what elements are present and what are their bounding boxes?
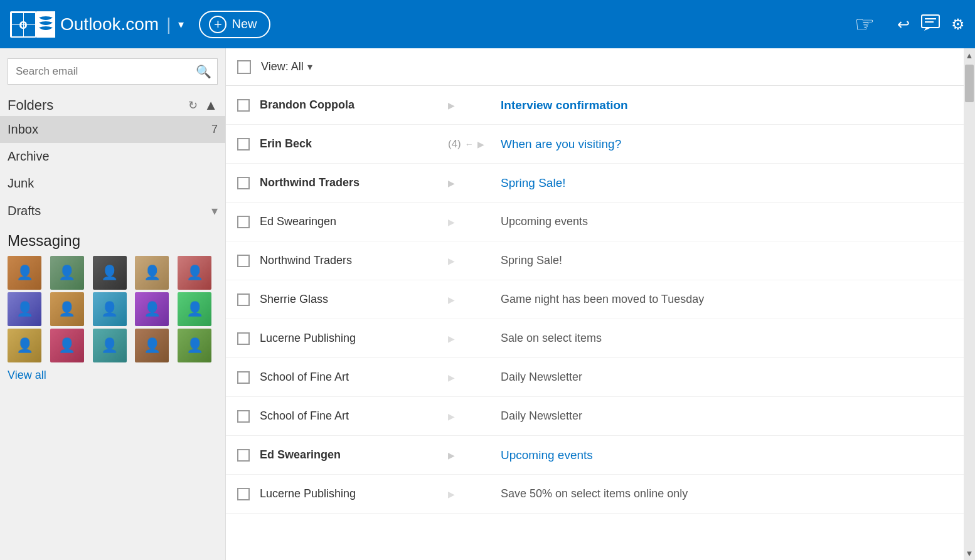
- avatar[interactable]: 👤: [135, 329, 169, 362]
- email-row[interactable]: Erin Beck (4) ← ▶ When are you visiting?: [226, 125, 964, 164]
- inbox-badge: 7: [211, 123, 218, 136]
- email-meta: ▶: [448, 334, 498, 344]
- email-row[interactable]: School of Fine Art ▶ Daily Newsletter: [226, 397, 964, 436]
- new-email-button[interactable]: + New: [199, 11, 270, 38]
- undo-button[interactable]: ↩: [897, 16, 910, 33]
- undo-icon: ↩: [897, 16, 910, 33]
- email-meta: ▶: [448, 256, 498, 266]
- avatar[interactable]: 👤: [50, 329, 84, 362]
- email-meta: ▶: [448, 295, 498, 305]
- header-divider: |: [166, 14, 171, 34]
- email-sender: Lucerne Publishing: [260, 487, 448, 500]
- email-area: View: All ▾ Brandon Coppola ▶ Interview …: [226, 48, 964, 560]
- select-all-checkbox[interactable]: [237, 60, 251, 74]
- email-row[interactable]: Northwind Traders ▶ Spring Sale!: [226, 241, 964, 280]
- flag-icon: ▶: [448, 100, 455, 110]
- email-meta: ▶: [448, 411, 498, 421]
- email-row[interactable]: Northwind Traders ▶ Spring Sale!: [226, 164, 964, 203]
- email-checkbox[interactable]: [237, 332, 250, 345]
- flag-icon: ▶: [477, 139, 484, 149]
- email-sender: Brandon Coppola: [260, 98, 448, 112]
- view-filter-button[interactable]: View: All ▾: [261, 60, 312, 73]
- flag-icon: ▶: [448, 372, 455, 383]
- messaging-label: Messaging: [8, 232, 218, 250]
- email-subject: Game night has been moved to Tuesday: [498, 293, 952, 306]
- scrollbar[interactable]: ▲ ▼: [964, 48, 975, 560]
- collapse-icon[interactable]: ▲: [204, 97, 218, 114]
- email-checkbox[interactable]: [237, 410, 250, 423]
- email-meta: ▶: [448, 489, 498, 499]
- email-sender: School of Fine Art: [260, 409, 448, 423]
- email-checkbox[interactable]: [237, 99, 250, 112]
- email-row[interactable]: Brandon Coppola ▶ Interview confirmation: [226, 86, 964, 125]
- avatar[interactable]: 👤: [50, 256, 84, 290]
- avatar[interactable]: 👤: [8, 256, 41, 290]
- avatar[interactable]: 👤: [178, 329, 211, 362]
- email-row[interactable]: School of Fine Art ▶ Daily Newsletter: [226, 358, 964, 397]
- email-sender: Northwind Traders: [260, 254, 448, 267]
- scroll-up-arrow[interactable]: ▲: [964, 48, 975, 62]
- email-checkbox[interactable]: [237, 255, 250, 267]
- header: o Outlook.com | ▾ + New ↩: [0, 0, 975, 48]
- sidebar-item-drafts[interactable]: Drafts ▾: [0, 197, 225, 225]
- email-subject: Interview confirmation: [498, 98, 952, 112]
- scroll-down-arrow[interactable]: ▼: [964, 546, 975, 560]
- email-subject: Spring Sale!: [498, 176, 952, 190]
- view-all-link[interactable]: View all: [8, 365, 46, 386]
- email-row[interactable]: Lucerne Publishing ▶ Sale on select item…: [226, 319, 964, 358]
- flag-icon: ▶: [448, 217, 455, 227]
- view-label: View: All: [261, 60, 304, 73]
- email-checkbox[interactable]: [237, 488, 250, 500]
- search-icon: 🔍: [196, 64, 211, 79]
- email-list: Brandon Coppola ▶ Interview confirmation…: [226, 86, 964, 560]
- cursor-icon: ☞: [855, 11, 875, 38]
- flag-icon: ▶: [448, 178, 455, 188]
- sidebar-item-inbox[interactable]: Inbox 7: [0, 116, 225, 143]
- email-row[interactable]: Ed Swearingen ▶ Upcoming events: [226, 436, 964, 475]
- sidebar-item-archive[interactable]: Archive: [0, 143, 225, 170]
- inbox-label: Inbox: [8, 122, 38, 137]
- email-checkbox[interactable]: [237, 293, 250, 306]
- email-checkbox[interactable]: [237, 449, 250, 462]
- avatar[interactable]: 👤: [178, 292, 211, 326]
- view-chevron-icon: ▾: [307, 61, 312, 73]
- scroll-thumb[interactable]: [965, 65, 974, 102]
- email-sender: Ed Swearingen: [260, 215, 448, 228]
- email-meta: ▶: [448, 178, 498, 188]
- avatar[interactable]: 👤: [93, 256, 127, 290]
- email-checkbox[interactable]: [237, 371, 250, 384]
- avatar[interactable]: 👤: [93, 329, 127, 362]
- email-checkbox[interactable]: [237, 138, 250, 151]
- email-row[interactable]: Ed Swearingen ▶ Upcoming events: [226, 203, 964, 241]
- header-dropdown-button[interactable]: ▾: [178, 18, 184, 31]
- avatar[interactable]: 👤: [93, 292, 127, 326]
- messaging-section: Messaging 👤 👤 👤 👤 👤 👤 👤 👤 👤 👤 👤 👤 👤 👤 👤 …: [0, 225, 225, 386]
- email-meta: ▶: [448, 100, 498, 110]
- email-row[interactable]: Lucerne Publishing ▶ Save 50% on select …: [226, 475, 964, 514]
- email-subject: Save 50% on select items online only: [498, 487, 952, 500]
- drafts-chevron-icon: ▾: [211, 203, 218, 218]
- email-checkbox[interactable]: [237, 177, 250, 189]
- sidebar-item-junk[interactable]: Junk: [0, 170, 225, 197]
- svg-text:o: o: [19, 16, 27, 32]
- avatar[interactable]: 👤: [135, 292, 169, 326]
- email-subject: Upcoming events: [498, 215, 952, 228]
- avatar[interactable]: 👤: [178, 256, 211, 290]
- refresh-icon[interactable]: ↻: [188, 98, 198, 112]
- avatar[interactable]: 👤: [8, 329, 41, 362]
- settings-button[interactable]: ⚙: [951, 16, 965, 33]
- email-row[interactable]: Sherrie Glass ▶ Game night has been move…: [226, 280, 964, 319]
- email-sender: Northwind Traders: [260, 176, 448, 189]
- avatar[interactable]: 👤: [135, 256, 169, 290]
- chat-icon: [921, 14, 940, 34]
- flag-icon: ▶: [448, 334, 455, 344]
- search-input[interactable]: [8, 58, 218, 85]
- avatar[interactable]: 👤: [8, 292, 41, 326]
- email-subject: Spring Sale!: [498, 254, 952, 267]
- email-subject: Upcoming events: [498, 448, 952, 462]
- flag-icon: ▶: [448, 450, 455, 460]
- email-checkbox[interactable]: [237, 216, 250, 228]
- avatar[interactable]: 👤: [50, 292, 84, 326]
- sidebar: 🔍 Folders ↻ ▲ Inbox 7 Archive Junk Draft…: [0, 48, 226, 560]
- chat-button[interactable]: [921, 14, 940, 34]
